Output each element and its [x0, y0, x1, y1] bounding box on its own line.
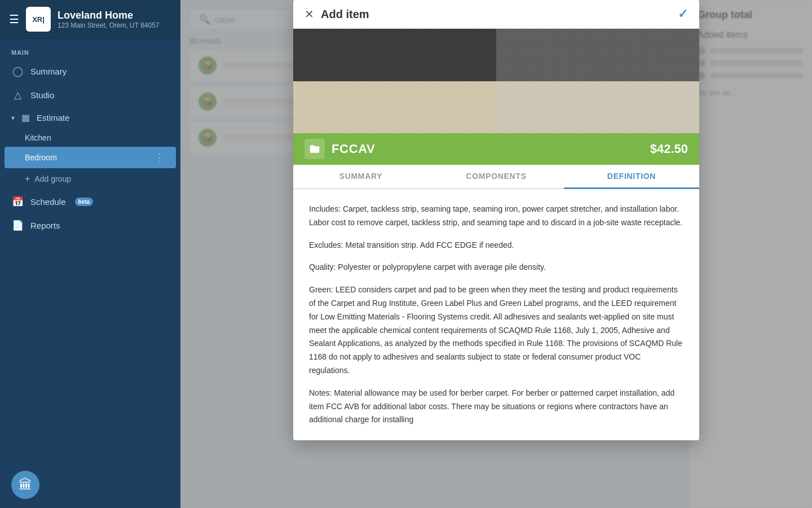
beta-badge: beta — [75, 198, 94, 206]
reports-icon: 📄 — [11, 219, 24, 231]
sidebar-item-reports[interactable]: 📄 Reports — [0, 213, 180, 237]
estimate-icon: ▦ — [21, 112, 30, 123]
definition-content: Includes: Carpet, tackless strip, seamin… — [293, 189, 699, 440]
sidebar-item-label: Summary — [30, 67, 67, 76]
close-icon[interactable]: ✕ — [304, 7, 314, 21]
sidebar-bottom: 🏛 — [0, 462, 180, 508]
add-group-button[interactable]: + Add group — [0, 168, 180, 190]
avatar-icon: 🏛 — [19, 477, 32, 493]
main-section-label: Main — [0, 39, 180, 59]
tab-summary[interactable]: SUMMARY — [293, 165, 429, 189]
studio-icon: △ — [11, 89, 24, 101]
plus-icon: + — [25, 174, 30, 184]
confirm-icon[interactable]: ✓ — [678, 7, 688, 21]
add-group-label: Add group — [34, 174, 71, 183]
app-logo: XR| — [26, 7, 51, 32]
add-item-modal: ✕ Add item ✓ FCCAV $42 — [293, 0, 699, 440]
modal-overlay: ✕ Add item ✓ FCCAV $42 — [180, 0, 812, 508]
carpet-image-light-left — [293, 81, 496, 134]
definition-paragraph-5: Notes: Material allowance may be used fo… — [309, 387, 683, 427]
sidebar-item-label: Studio — [30, 90, 55, 100]
carpet-image-light-right — [496, 81, 699, 134]
schedule-icon: 📅 — [11, 195, 24, 208]
definition-paragraph-4: Green: LEED considers carpet and pad to … — [309, 283, 683, 378]
kitchen-label: Kitchen — [25, 133, 51, 142]
definition-paragraph-2: Excludes: Metal transition strip. Add FC… — [309, 239, 683, 252]
sidebar-header: ☰ XR| Loveland Home 123 Main Street, Ore… — [0, 0, 180, 39]
tab-components[interactable]: COMPONENTS — [429, 165, 564, 189]
app-name: Loveland Home — [58, 10, 160, 21]
sidebar-item-studio[interactable]: △ Studio — [0, 83, 180, 107]
app-info: Loveland Home 123 Main Street, Orem, UT … — [58, 10, 160, 29]
sidebar-item-schedule[interactable]: 📅 Schedule beta — [0, 190, 180, 213]
sidebar-item-kitchen[interactable]: Kitchen — [0, 129, 180, 147]
definition-paragraph-3: Quality: Polyester or polypropylene carp… — [309, 261, 683, 274]
definition-paragraph-1: Includes: Carpet, tackless strip, seamin… — [309, 203, 683, 230]
folder-icon — [304, 139, 325, 159]
modal-header: ✕ Add item ✓ — [293, 0, 699, 29]
app-address: 123 Main Street, Orem, UT 84057 — [58, 21, 160, 29]
sidebar-item-bedroom[interactable]: Bedroom ⋮ — [5, 147, 176, 168]
summary-icon: ◯ — [11, 65, 24, 77]
sidebar-item-estimate[interactable]: ▾ ▦ Estimate — [0, 107, 180, 129]
tab-definition[interactable]: DEFINITION — [564, 165, 699, 189]
reports-label: Reports — [30, 221, 60, 230]
item-code: FCCAV — [332, 142, 375, 156]
schedule-label: Schedule — [30, 197, 66, 207]
sidebar: ☰ XR| Loveland Home 123 Main Street, Ore… — [0, 0, 180, 508]
main-content: 🔍 carpe 80 results 📦 📦 📦 Group total Add… — [180, 0, 812, 508]
modal-title: Add item — [321, 8, 369, 21]
sidebar-item-summary[interactable]: ◯ Summary — [0, 59, 180, 83]
hamburger-icon[interactable]: ☰ — [9, 14, 19, 25]
bedroom-label: Bedroom — [25, 153, 57, 162]
avatar[interactable]: 🏛 — [11, 471, 39, 499]
modal-tabs: SUMMARY COMPONENTS DEFINITION — [293, 165, 699, 189]
sidebar-item-label: Estimate — [37, 113, 69, 122]
more-options-icon[interactable]: ⋮ — [155, 151, 165, 164]
carpet-image-dark-left — [293, 29, 496, 81]
carpet-mosaic — [293, 29, 699, 133]
carpet-image-dark-right — [496, 29, 699, 81]
chevron-down-icon: ▾ — [11, 114, 15, 122]
item-price: $42.50 — [650, 142, 688, 156]
item-header-bar: FCCAV $42.50 — [293, 133, 699, 165]
